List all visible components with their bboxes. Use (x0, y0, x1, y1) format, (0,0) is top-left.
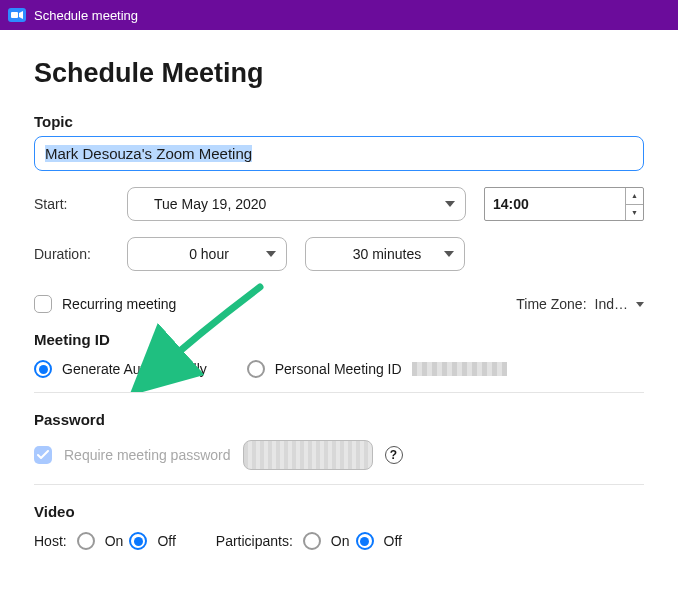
window-title: Schedule meeting (34, 8, 138, 23)
generate-automatically-label: Generate Automatically (62, 361, 207, 377)
timezone-value: Ind… (595, 296, 628, 312)
page-heading: Schedule Meeting (34, 58, 644, 89)
check-icon (37, 450, 49, 460)
spinner-up-button[interactable]: ▲ (626, 188, 643, 205)
recurring-meeting-label: Recurring meeting (62, 296, 176, 312)
timezone-prefix: Time Zone: (516, 296, 586, 312)
start-date-select[interactable]: Tue May 19, 2020 (127, 187, 466, 221)
require-password-checkbox[interactable] (34, 446, 52, 464)
host-video-label: Host: (34, 533, 67, 549)
password-title: Password (34, 411, 644, 428)
video-title: Video (34, 503, 644, 520)
start-date-value: Tue May 19, 2020 (154, 196, 266, 212)
help-icon[interactable]: ? (385, 446, 403, 464)
host-video-off-radio[interactable]: Off (129, 532, 175, 550)
meeting-id-title: Meeting ID (34, 331, 644, 348)
participants-video-label: Participants: (216, 533, 293, 549)
participants-video-on-radio[interactable]: On (303, 532, 350, 550)
zoom-app-icon (8, 8, 26, 22)
topic-label: Topic (34, 113, 644, 130)
section-divider (34, 484, 644, 485)
recurring-meeting-checkbox[interactable] (34, 295, 52, 313)
chevron-down-icon (266, 251, 276, 257)
host-video-on-radio[interactable]: On (77, 532, 124, 550)
on-label: On (105, 533, 124, 549)
off-label: Off (384, 533, 402, 549)
chevron-down-icon (445, 201, 455, 207)
chevron-down-icon (636, 302, 644, 307)
topic-input-value: Mark Desouza's Zoom Meeting (45, 145, 252, 162)
timezone-select[interactable]: Time Zone: Ind… (516, 296, 644, 312)
generate-automatically-radio[interactable]: Generate Automatically (34, 360, 207, 378)
participants-video-off-radio[interactable]: Off (356, 532, 402, 550)
off-label: Off (157, 533, 175, 549)
duration-hours-select[interactable]: 0 hour (127, 237, 287, 271)
start-label: Start: (34, 196, 109, 212)
topic-input[interactable]: Mark Desouza's Zoom Meeting (34, 136, 644, 171)
personal-meeting-id-radio[interactable]: Personal Meeting ID (247, 360, 507, 378)
duration-minutes-select[interactable]: 30 minutes (305, 237, 465, 271)
start-time-input[interactable]: 14:00 ▲ ▼ (484, 187, 644, 221)
on-label: On (331, 533, 350, 549)
spinner-down-button[interactable]: ▼ (626, 205, 643, 221)
require-password-label: Require meeting password (64, 447, 231, 463)
personal-meeting-id-value-blurred (412, 362, 507, 376)
password-input[interactable] (243, 440, 373, 470)
section-divider (34, 392, 644, 393)
svg-rect-0 (11, 12, 18, 18)
chevron-down-icon (444, 251, 454, 257)
duration-label: Duration: (34, 246, 109, 262)
duration-minutes-value: 30 minutes (353, 246, 421, 262)
start-time-value: 14:00 (493, 196, 529, 212)
personal-meeting-id-label: Personal Meeting ID (275, 361, 402, 377)
duration-hours-value: 0 hour (189, 246, 229, 262)
time-spinner: ▲ ▼ (625, 188, 643, 220)
window-titlebar: Schedule meeting (0, 0, 678, 30)
